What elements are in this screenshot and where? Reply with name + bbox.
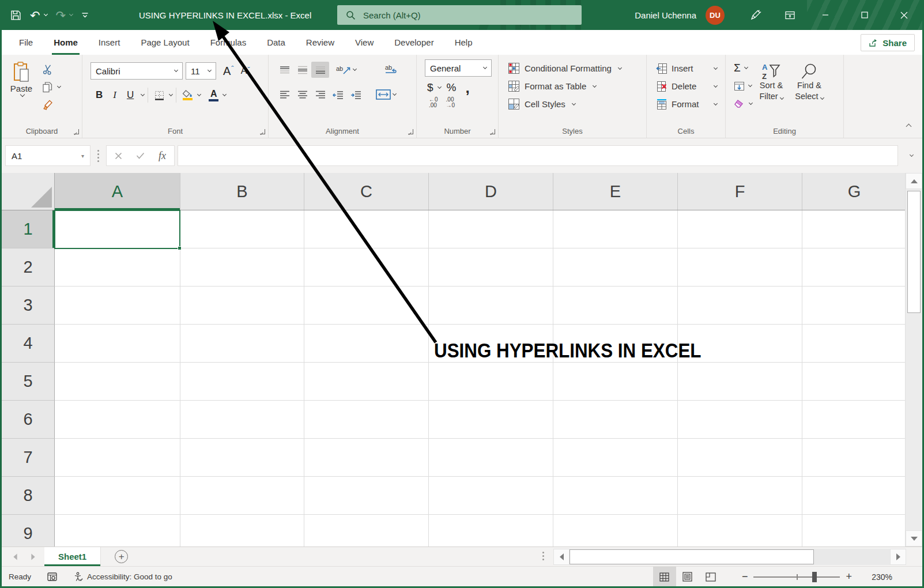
collapse-ribbon-button[interactable]	[904, 120, 911, 131]
name-box-dropdown-icon[interactable]: ▾	[81, 153, 84, 159]
horizontal-scrollbar[interactable]	[553, 549, 906, 565]
column-header-g[interactable]: G	[802, 173, 905, 210]
enter-check-icon[interactable]	[136, 152, 145, 159]
row-header-2[interactable]: 2	[2, 248, 55, 287]
undo-button[interactable]: ↶	[30, 9, 47, 21]
cell-C4[interactable]	[304, 325, 429, 363]
cell-E7[interactable]	[553, 439, 678, 477]
underline-dropdown-icon[interactable]	[141, 92, 145, 96]
cell-G5[interactable]	[802, 363, 905, 401]
percent-style-button[interactable]: %	[441, 81, 462, 94]
italic-button[interactable]: I	[108, 89, 122, 101]
format-cells-button[interactable]: Format	[650, 95, 723, 113]
fill-handle[interactable]	[178, 246, 182, 250]
zoom-slider-track[interactable]	[753, 576, 840, 578]
tab-developer[interactable]: Developer	[384, 30, 444, 55]
cell-D7[interactable]	[429, 439, 553, 477]
accounting-format-button[interactable]: $	[425, 81, 436, 94]
tab-page-layout[interactable]: Page Layout	[130, 30, 199, 55]
cell-A5[interactable]	[55, 363, 180, 401]
cell-B6[interactable]	[180, 401, 304, 439]
row-header-4[interactable]: 4	[2, 325, 55, 363]
tab-review[interactable]: Review	[296, 30, 345, 55]
cell-E8[interactable]	[553, 477, 678, 515]
format-painter-button[interactable]	[42, 99, 61, 111]
row-header-3[interactable]: 3	[2, 287, 55, 325]
increase-font-size-button[interactable]: Aˆ	[220, 65, 237, 78]
formula-bar-resize-handle[interactable]	[97, 150, 99, 162]
paste-button[interactable]: Paste	[5, 59, 37, 111]
insert-cells-button[interactable]: Insert	[650, 59, 723, 77]
ribbon-display-options-icon[interactable]	[776, 0, 803, 30]
underline-button[interactable]: U	[122, 89, 139, 101]
format-as-table-button[interactable]: Format as Table	[502, 77, 644, 95]
orientation-button[interactable]: ab	[335, 62, 357, 78]
autosum-button[interactable]: Σ	[729, 61, 752, 76]
clear-button[interactable]	[729, 96, 752, 111]
cell-C9[interactable]	[304, 515, 429, 546]
conditional-formatting-button[interactable]: Conditional Formatting	[502, 59, 644, 77]
tab-scroll-splitter[interactable]	[542, 552, 544, 560]
scroll-left-button[interactable]	[553, 549, 570, 565]
fill-button[interactable]	[729, 78, 752, 93]
cell-G7[interactable]	[802, 439, 905, 477]
tab-data[interactable]: Data	[257, 30, 296, 55]
save-icon[interactable]	[10, 10, 21, 21]
wrap-text-button[interactable]: ab	[381, 62, 402, 78]
bold-button[interactable]: B	[90, 89, 108, 101]
cell-A2[interactable]	[55, 248, 180, 287]
delete-cells-button[interactable]: Delete	[650, 77, 723, 95]
merge-center-button[interactable]	[373, 86, 398, 103]
cell-B7[interactable]	[180, 439, 304, 477]
column-header-e[interactable]: E	[553, 173, 678, 210]
cell-F2[interactable]	[678, 248, 802, 287]
zoom-in-button[interactable]: +	[840, 571, 858, 583]
decrease-indent-button[interactable]	[329, 86, 347, 103]
row-header-9[interactable]: 9	[2, 515, 55, 546]
font-color-dropdown-icon[interactable]	[222, 92, 227, 96]
row-header-7[interactable]: 7	[2, 439, 55, 477]
cell-B3[interactable]	[180, 287, 304, 325]
number-format-combo[interactable]: General	[425, 59, 492, 77]
cell-styles-button[interactable]: Cell Styles	[502, 95, 644, 113]
comma-style-button[interactable]: ,	[462, 85, 473, 91]
page-layout-view-button[interactable]	[676, 567, 699, 587]
horizontal-scrollbar-thumb[interactable]	[570, 549, 814, 564]
cell-C6[interactable]	[304, 401, 429, 439]
align-center-button[interactable]	[293, 86, 311, 103]
sort-filter-button[interactable]: AZ Sort & Filter	[752, 59, 790, 111]
cell-C7[interactable]	[304, 439, 429, 477]
cell-D8[interactable]	[429, 477, 553, 515]
column-header-b[interactable]: B	[180, 173, 304, 210]
cell-C2[interactable]	[304, 248, 429, 287]
clipboard-dialog-launcher-icon[interactable]	[74, 129, 79, 134]
scroll-up-button[interactable]	[906, 173, 922, 189]
cell-B9[interactable]	[180, 515, 304, 546]
select-all-corner[interactable]	[2, 173, 55, 210]
maximize-button[interactable]	[851, 0, 878, 30]
cell-D1[interactable]	[429, 210, 553, 248]
cell-A4[interactable]	[55, 325, 180, 363]
normal-view-button[interactable]	[653, 567, 676, 587]
cell-B4[interactable]	[180, 325, 304, 363]
column-header-d[interactable]: D	[429, 173, 553, 210]
zoom-slider-thumb[interactable]	[812, 572, 817, 582]
cell-A3[interactable]	[55, 287, 180, 325]
cell-D6[interactable]	[429, 401, 553, 439]
cell-C8[interactable]	[304, 477, 429, 515]
cell-E1[interactable]	[553, 210, 678, 248]
cell-C5[interactable]	[304, 363, 429, 401]
cell-G2[interactable]	[802, 248, 905, 287]
search-box[interactable]: Search (Alt+Q)	[337, 5, 582, 25]
cell-F5[interactable]	[678, 363, 802, 401]
cell-E5[interactable]	[553, 363, 678, 401]
font-dialog-launcher-icon[interactable]	[260, 129, 265, 134]
scroll-right-button[interactable]	[890, 549, 906, 565]
avatar[interactable]: DU	[706, 6, 725, 25]
sheet-tab-sheet1[interactable]: Sheet1	[44, 547, 101, 566]
cell-F7[interactable]	[678, 439, 802, 477]
cell-F8[interactable]	[678, 477, 802, 515]
zoom-level[interactable]: 230%	[862, 572, 892, 582]
borders-button[interactable]	[152, 90, 167, 101]
fill-color-dropdown-icon[interactable]	[197, 92, 201, 96]
